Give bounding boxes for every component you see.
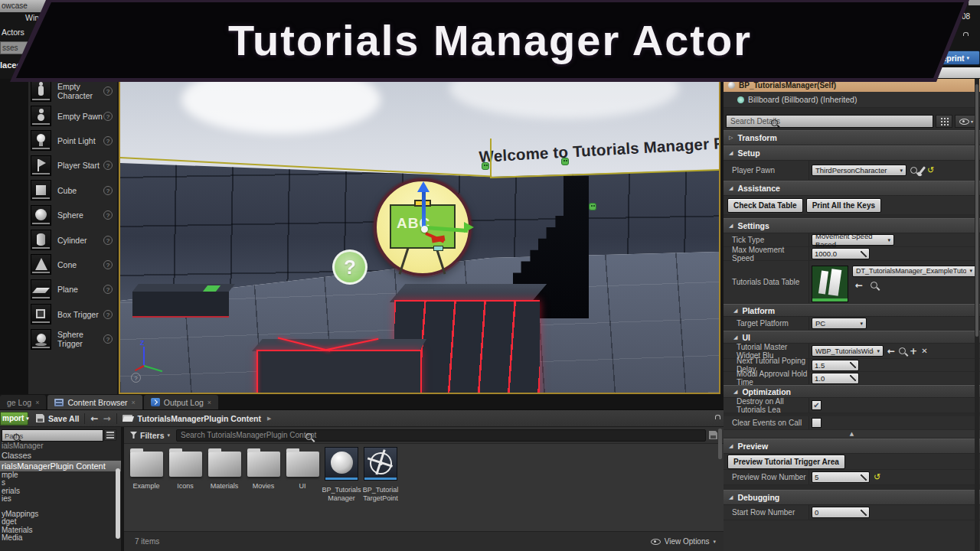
- check-data-table-button[interactable]: Check Data Table: [727, 198, 803, 213]
- tree-item[interactable]: yMappings: [0, 510, 121, 519]
- details-search-input[interactable]: Search Details: [726, 115, 933, 128]
- component-row-billboard[interactable]: Billboard (Billboard) (Inherited): [724, 92, 980, 108]
- close-icon[interactable]: ×: [35, 399, 39, 406]
- place-actor-box-trigger[interactable]: Box Trigger ?: [28, 302, 117, 327]
- view-options-button[interactable]: View Options ▾: [651, 537, 716, 546]
- section-transform[interactable]: ▷ Transform: [724, 130, 980, 145]
- destroy-checkbox-checked[interactable]: ✔: [812, 400, 822, 410]
- widget-dropdown[interactable]: WBP_TutorialsWidget ▾: [812, 345, 884, 357]
- place-actor-sphere[interactable]: Sphere ?: [28, 203, 117, 227]
- preview-trigger-area-button[interactable]: Preview Tutorial Trigger Area: [727, 455, 845, 469]
- max-movement-speed-field[interactable]: 1000.0: [812, 248, 870, 259]
- use-selected-icon[interactable]: ←: [887, 347, 895, 356]
- value-scrub-icon[interactable]: [850, 362, 856, 368]
- delay-field[interactable]: 1.5: [812, 360, 859, 371]
- assets-search-input[interactable]: Search TutorialsManagerPlugin Content: [176, 429, 706, 442]
- eyedropper-icon[interactable]: [919, 166, 926, 174]
- section-preview[interactable]: ◢ Preview: [724, 439, 980, 454]
- tree-item[interactable]: dget: [0, 518, 121, 527]
- tree-item[interactable]: ialsManager: [0, 442, 121, 451]
- reset-icon[interactable]: ↺: [927, 167, 934, 174]
- data-table-dropdown[interactable]: DT_TutorialsManager_ExampleTutorials ▾: [852, 266, 976, 277]
- assets-scrollbar-thumb[interactable]: [718, 429, 722, 459]
- section-optimization[interactable]: ◢ Optimization: [724, 385, 980, 398]
- property-matrix-button[interactable]: [936, 115, 952, 128]
- asset-bp-tutorials-manager[interactable]: BP_Tutorials Manager: [324, 447, 359, 502]
- value-scrub-icon[interactable]: [861, 474, 867, 481]
- place-actor-plane[interactable]: Plane ?: [28, 277, 117, 302]
- paths-search-input[interactable]: Paths: [2, 429, 103, 442]
- tree-item[interactable]: s: [0, 479, 121, 487]
- add-icon[interactable]: +: [910, 347, 917, 356]
- section-ui[interactable]: ◢ UI: [724, 331, 980, 344]
- tab-content-browser[interactable]: Content Browser ×: [47, 395, 142, 409]
- place-actor-player-start[interactable]: Player Start ?: [28, 153, 117, 178]
- close-icon[interactable]: ×: [207, 399, 211, 406]
- section-assistance[interactable]: ◢ Assistance: [724, 181, 980, 196]
- place-actor-empty-character[interactable]: Empty Character ?: [28, 79, 117, 103]
- asset-folder-ui[interactable]: UI: [285, 447, 320, 502]
- sources-scrollbar-thumb[interactable]: [116, 468, 120, 539]
- asset-folder-example[interactable]: Example: [129, 447, 164, 502]
- place-actor-empty-pawn[interactable]: Empty Pawn ?: [28, 103, 117, 128]
- reset-icon[interactable]: ↺: [874, 474, 880, 481]
- close-icon[interactable]: ×: [132, 399, 136, 406]
- place-actor-sphere-trigger[interactable]: Sphere Trigger ?: [28, 327, 117, 351]
- tree-item[interactable]: Materials: [0, 527, 121, 535]
- import-button[interactable]: mport ▾: [0, 412, 28, 425]
- start-row-field[interactable]: 0: [812, 507, 870, 518]
- place-actor-cylinder[interactable]: Cylinder ?: [28, 227, 117, 252]
- section-debugging[interactable]: ◢ Debugging: [724, 490, 980, 505]
- section-setup[interactable]: ◢ Setup: [724, 145, 980, 161]
- gizmo-z-axis[interactable]: [422, 191, 426, 229]
- data-table-thumbnail[interactable]: [812, 266, 848, 302]
- breadcrumb-arrow-icon[interactable]: ▶: [267, 416, 271, 422]
- filters-button[interactable]: Filters ▾: [124, 431, 176, 440]
- hold-time-field[interactable]: 1.0: [812, 373, 859, 384]
- tutorial-sprite-icon[interactable]: [589, 203, 596, 210]
- tab-output-log[interactable]: Output Log ×: [144, 395, 218, 409]
- use-selected-icon[interactable]: ←: [855, 281, 863, 290]
- asset-folder-icons[interactable]: Icons: [168, 447, 203, 502]
- player-pawn-dropdown[interactable]: ThirdPersonCharacter ▾: [812, 165, 906, 176]
- place-actor-cone[interactable]: Cone ?: [28, 253, 117, 277]
- tree-item[interactable]: ies: [0, 495, 121, 504]
- asset-folder-materials[interactable]: Materials: [207, 447, 242, 502]
- save-search-icon[interactable]: [709, 431, 717, 439]
- tick-type-dropdown[interactable]: Movement Speed Based ▾: [812, 234, 894, 246]
- breadcrumb[interactable]: TutorialsManagerPlugin Content: [138, 414, 261, 423]
- value-scrub-icon[interactable]: [861, 251, 867, 257]
- gizmo-origin[interactable]: [421, 226, 428, 233]
- place-actor-point-light[interactable]: Point Light ?: [28, 129, 117, 153]
- forward-arrow-icon[interactable]: →: [103, 413, 111, 424]
- tutorial-sprite-icon[interactable]: [482, 162, 489, 170]
- save-all-button[interactable]: Save All: [36, 414, 79, 423]
- tree-item[interactable]: Classes: [0, 451, 121, 461]
- tree-item[interactable]: Media: [0, 534, 121, 543]
- clear-events-checkbox[interactable]: [812, 418, 822, 428]
- level-viewport[interactable]: Welcome to Tutorials Manager Plug ABC: [119, 79, 720, 394]
- place-actor-cube[interactable]: Cube ?: [28, 178, 117, 203]
- print-all-keys-button[interactable]: Print All the Keys: [806, 198, 881, 213]
- browse-icon[interactable]: [899, 347, 906, 354]
- section-platform[interactable]: ◢ Platform: [724, 304, 980, 317]
- asset-folder-movies[interactable]: Movies: [246, 447, 281, 502]
- target-platform-dropdown[interactable]: PC ▾: [812, 318, 867, 329]
- preview-row-field[interactable]: 5: [812, 471, 870, 483]
- back-arrow-icon[interactable]: ←: [90, 413, 98, 424]
- asset-bp-tutorial-targetpoint[interactable]: BP_Tutorial TargetPoint: [363, 447, 398, 502]
- value-scrub-icon[interactable]: [861, 510, 867, 516]
- details-scrollbar-thumb[interactable]: [975, 84, 978, 337]
- browse-icon[interactable]: [910, 167, 917, 174]
- question-billboard[interactable]: ?: [332, 249, 368, 285]
- tree-item[interactable]: erials: [0, 487, 121, 496]
- browse-icon[interactable]: [871, 282, 877, 289]
- value-scrub-icon[interactable]: [850, 375, 856, 381]
- tutorial-sprite-icon[interactable]: [561, 158, 569, 165]
- clear-icon[interactable]: ✕: [921, 347, 927, 356]
- tutorials-manager-billboard[interactable]: ABC: [374, 178, 472, 276]
- tree-item-selected[interactable]: rialsManagerPlugin Content: [0, 461, 121, 471]
- tree-item[interactable]: mple: [0, 471, 121, 480]
- sources-list-button[interactable]: [104, 429, 116, 441]
- category-expander[interactable]: ▲: [724, 430, 980, 439]
